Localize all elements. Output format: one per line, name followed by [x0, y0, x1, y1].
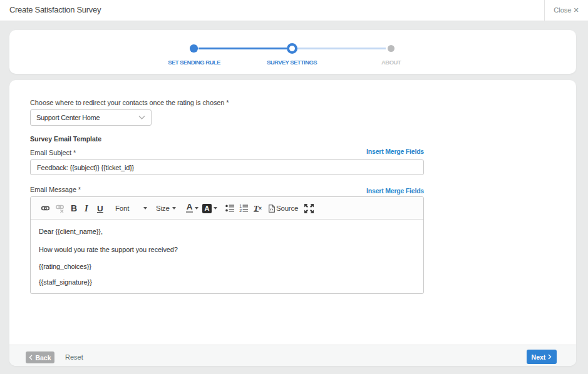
svg-text:1: 1 [239, 204, 242, 208]
svg-text:2: 2 [239, 208, 242, 213]
